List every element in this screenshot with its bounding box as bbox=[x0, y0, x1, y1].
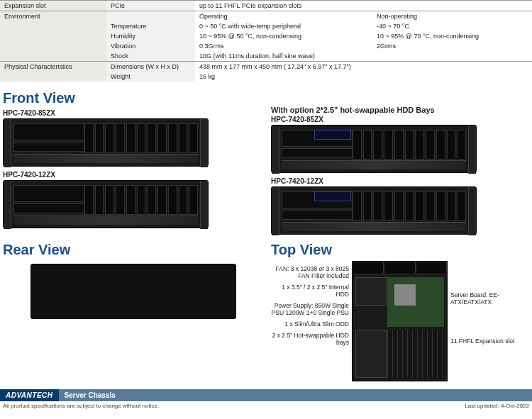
chassis-rear-image bbox=[31, 264, 236, 319]
callout-hdd-swap: 2 x 2.5" Hot-swappable HDD bays bbox=[271, 332, 349, 346]
footer-disclaimer: All product specifications are subject t… bbox=[3, 403, 159, 409]
footer-updated: Last updated: 4-Oct-2022 bbox=[465, 403, 529, 409]
row-sub: Temperature bbox=[106, 21, 195, 31]
row-sub: Humidity bbox=[106, 31, 195, 41]
chassis-top-image bbox=[352, 261, 448, 381]
callout-odd: 1 x Slim/Ultra Slim ODD bbox=[271, 320, 349, 328]
row-sub: Shock bbox=[106, 51, 195, 62]
top-callouts-right: Server Board: EE-ATX/EATX/ATX 11 FHFL Ex… bbox=[450, 261, 521, 360]
callout-server-board: Server Board: EE-ATX/EATX/ATX bbox=[450, 291, 521, 306]
chassis-front-image bbox=[271, 186, 477, 235]
row-value: 10 ~ 95% @ 50 °C, non-condensing bbox=[195, 31, 372, 41]
model-label: HPC-7420-85ZX bbox=[3, 109, 264, 117]
spec-table: Expansion slot PCIe up to 11 FHFL PCIe e… bbox=[0, 0, 532, 82]
row-value: -40 ~ 70 °C bbox=[372, 21, 532, 31]
row-label: Environment bbox=[0, 11, 106, 62]
row-sub: Dimensions (W x H x D) bbox=[106, 62, 195, 72]
row-value: up to 11 FHFL PCIe expansion slots bbox=[195, 1, 532, 11]
footer-title: Server Chassis bbox=[59, 389, 532, 401]
callout-hdd-internal: 1 x 3.5" / 2 x 2.5" Internal HDD bbox=[271, 284, 349, 298]
section-title-front: Front View bbox=[3, 90, 264, 106]
row-value: 10 ~ 95% @ 70 °C, non-condensing bbox=[372, 31, 532, 41]
row-sub: Vibration bbox=[106, 41, 195, 51]
section-title-rear: Rear View bbox=[3, 242, 264, 258]
col-header: Non-operating bbox=[372, 11, 532, 22]
row-label: Expansion slot bbox=[0, 1, 106, 11]
row-value: 16 kg bbox=[195, 72, 532, 82]
row-value: 0.3Grms bbox=[195, 41, 372, 51]
callout-psu: Power Supply: 850W Single PSU 1200W 1+0 … bbox=[271, 302, 349, 316]
col-header: Operating bbox=[195, 11, 372, 22]
callout-expansion: 11 FHFL Expansion slot bbox=[450, 337, 521, 345]
callout-fan: FAN: 3 x 12038 or 3 x 8025 FAN Filter in… bbox=[271, 265, 349, 279]
footer: ADVANTECH Server Chassis All product spe… bbox=[0, 389, 532, 410]
brand-logo: ADVANTECH bbox=[0, 389, 59, 401]
row-value: 10G (with 11ms duration, half sine wave) bbox=[195, 51, 532, 62]
row-value: 438 mm x 177 mm x 450 mm ( 17.24" x 6.97… bbox=[195, 62, 532, 72]
row-label: Physical Characteristics bbox=[0, 62, 106, 82]
row-sub bbox=[106, 11, 195, 22]
chassis-front-image bbox=[3, 118, 209, 167]
row-sub: PCIe bbox=[106, 1, 195, 11]
model-label: HPC-7420-12ZX bbox=[271, 177, 532, 185]
section-title-top: Top View bbox=[271, 242, 532, 258]
row-value: 2Grms bbox=[372, 41, 532, 51]
row-sub: Weight bbox=[106, 72, 195, 82]
model-label: HPC-7420-85ZX bbox=[271, 116, 532, 123]
top-callouts-left: FAN: 3 x 12038 or 3 x 8025 FAN Filter in… bbox=[271, 261, 349, 346]
row-value: 0 ~ 50 °C with wide-temp peripheral bbox=[195, 21, 372, 31]
chassis-front-image bbox=[271, 125, 477, 173]
option-title: With option 2*2.5" hot-swappable HDD Bay… bbox=[271, 106, 532, 114]
model-label: HPC-7420-12ZX bbox=[3, 171, 264, 179]
chassis-front-image bbox=[3, 180, 209, 228]
